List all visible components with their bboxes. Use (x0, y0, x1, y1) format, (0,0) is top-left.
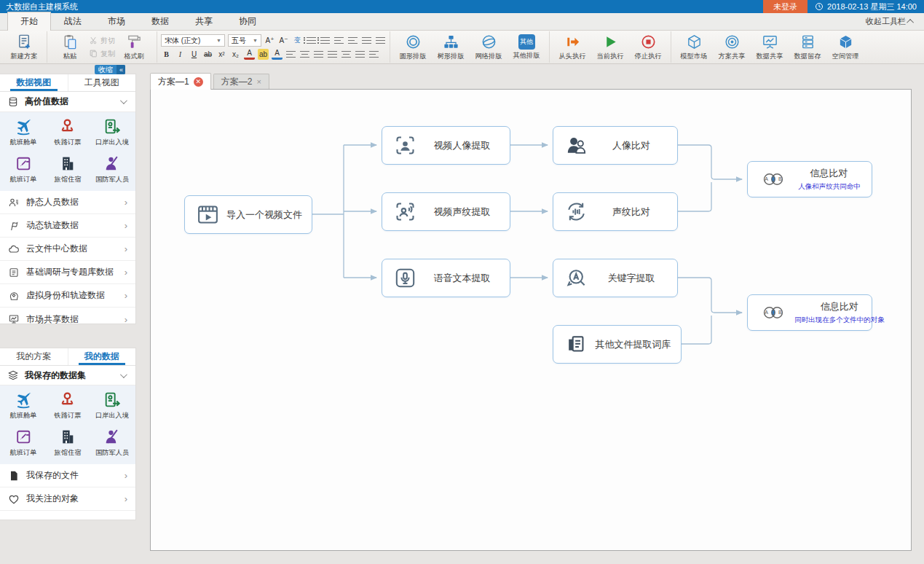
node-video-voiceprint-extract[interactable]: 视频声纹提取 (382, 192, 510, 231)
shrink-font-button[interactable]: A⁻ (278, 35, 289, 46)
tab-data-view[interactable]: 数据视图 (0, 74, 68, 91)
phonetic-guide-button[interactable]: 变 (292, 35, 303, 46)
sort-button[interactable] (361, 35, 372, 46)
network-layout-button[interactable]: 网络排版 (470, 32, 508, 63)
category-market-shared-data[interactable]: 市场共享数据 › (0, 308, 135, 331)
my-followed-objects[interactable]: 我关注的对象 › (0, 487, 135, 511)
table-grid-icon (376, 37, 385, 44)
close-tab-icon[interactable]: × (256, 77, 261, 86)
align-left-button[interactable] (285, 49, 296, 60)
plan-tab-1[interactable]: 方案—1 ✕ (150, 73, 211, 90)
workspace: 收缩 « 数据视图 工具视图 高价值数据 航班舱单 铁路订票 口岸出入境 (0, 64, 924, 564)
bullet-list-button[interactable] (306, 35, 317, 46)
paste-button[interactable]: 粘贴 (51, 32, 89, 63)
underline-button[interactable]: U (189, 49, 200, 60)
menu-tab-tactics[interactable]: 战法 (51, 12, 95, 30)
decrease-indent-button[interactable] (333, 35, 344, 46)
dataset-flight-order[interactable]: 航班订单 (1, 428, 46, 458)
shading-icon (355, 51, 365, 58)
run-current-button[interactable]: 当前执行 (591, 32, 629, 63)
category-static-person-data[interactable]: 静态人员数据 › (0, 191, 135, 214)
node-face-compare[interactable]: 人像比对 (553, 126, 678, 165)
menu-tab-market[interactable]: 市场 (95, 12, 138, 30)
dataset-railway-ticket[interactable]: 铁路订票 (46, 117, 90, 147)
menu-tab-data[interactable]: 数据 (138, 12, 182, 30)
number-list-button[interactable] (320, 35, 331, 46)
category-cloud-file-data[interactable]: 云文件中心数据 › (0, 238, 135, 261)
node-keyword-extract[interactable]: 关键字提取 (553, 259, 678, 297)
underline-color-button[interactable]: A (272, 49, 283, 60)
new-plan-button[interactable]: 新建方案 (5, 32, 43, 63)
dataset-flight-order[interactable]: 航班订单 (1, 154, 46, 184)
tree-layout-button[interactable]: 树形排版 (432, 32, 470, 63)
category-dynamic-track-data[interactable]: 动态轨迹数据 › (0, 214, 135, 238)
dataset-border-entry-exit[interactable]: 口岸出入境 (90, 391, 134, 420)
soldier-icon (103, 154, 121, 173)
dataset-defense-personnel[interactable]: 国防军人员 (90, 428, 134, 458)
copy-button[interactable]: 复制 (89, 49, 115, 59)
category-research-library-data[interactable]: 基础调研与专题库数据 › (0, 261, 135, 284)
node-info-compare-1[interactable]: AB 信息比对 人像和声纹共同命中 (747, 161, 872, 197)
category-virtual-identity-data[interactable]: 虚拟身份和轨迹数据 › (0, 284, 135, 308)
dataset-hotel-stay[interactable]: 旅馆住宿 (46, 428, 90, 458)
passport-icon (103, 117, 121, 136)
dataset-railway-ticket[interactable]: 铁路订票 (46, 391, 90, 420)
align-right-button[interactable] (313, 49, 324, 60)
stop-execution-button[interactable]: 停止执行 (629, 32, 667, 63)
menu-tab-share[interactable]: 共享 (182, 12, 226, 30)
flow-canvas[interactable]: 导入一个视频文件 视频人像提取 视频声纹提取 语音文本提取 人像比对 声纹比对 … (150, 89, 912, 551)
data-share-button[interactable]: 数据共享 (751, 32, 789, 63)
plan-share-button[interactable]: 方案共享 (713, 32, 751, 63)
model-market-button[interactable]: 模型市场 (675, 32, 713, 63)
plan-tab-2[interactable]: 方案—2 × (213, 74, 269, 89)
node-other-files-lexicon[interactable]: 其他文件提取词库 (553, 325, 682, 364)
dataset-flight-manifest[interactable]: 航班舱单 (1, 117, 46, 147)
dataset-defense-personnel[interactable]: 国防军人员 (90, 154, 134, 184)
close-tab-icon[interactable]: ✕ (194, 77, 203, 87)
italic-button[interactable]: I (175, 49, 186, 60)
dataset-flight-manifest[interactable]: 航班舱单 (1, 391, 46, 420)
space-management-button[interactable]: 空间管理 (826, 32, 864, 63)
circular-layout-button[interactable]: 圆形排版 (394, 32, 432, 63)
tab-tool-view[interactable]: 工具视图 (68, 74, 136, 91)
cut-button[interactable]: 剪切 (89, 36, 115, 46)
data-retention-button[interactable]: 数据留存 (789, 32, 826, 63)
node-speech-text-extract[interactable]: 语音文本提取 (382, 259, 510, 297)
subscript-button[interactable]: x₂ (230, 49, 241, 60)
menu-tab-start[interactable]: 开始 (7, 12, 51, 31)
dataset-border-entry-exit[interactable]: 口岸出入境 (90, 117, 134, 147)
dataset-hotel-stay[interactable]: 旅馆住宿 (46, 154, 90, 184)
tab-my-data[interactable]: 我的数据 (68, 348, 136, 365)
tab-my-plans[interactable]: 我的方案 (0, 348, 68, 365)
login-status-badge[interactable]: 未登录 (763, 0, 807, 13)
justify-button[interactable] (327, 49, 338, 60)
saved-datasets-header[interactable]: 我保存的数据集 (0, 366, 135, 385)
faces-compare-icon (564, 133, 588, 157)
my-saved-files[interactable]: 我保存的文件 › (0, 464, 135, 487)
high-value-data-header[interactable]: 高价值数据 (0, 92, 135, 112)
format-painter-button[interactable]: 格式刷 (115, 32, 153, 63)
sidebar-collapse-button[interactable]: 收缩 « (95, 65, 125, 74)
increase-indent-button[interactable] (347, 35, 358, 46)
borders-button[interactable] (368, 49, 379, 60)
font-color-button[interactable]: A (244, 49, 255, 60)
bold-button[interactable]: B (161, 49, 172, 60)
run-from-start-button[interactable]: 从头执行 (553, 32, 591, 63)
shading-button[interactable] (355, 49, 366, 60)
menu-tab-collab[interactable]: 协同 (226, 12, 269, 30)
node-info-compare-2[interactable]: AB 信息比对 同时出现在多个文件中的对象 (747, 294, 872, 331)
node-video-face-extract[interactable]: 视频人像提取 (382, 126, 510, 165)
other-layout-button[interactable]: 其他 其他排版 (508, 32, 545, 63)
highlight-button[interactable]: ab (258, 49, 269, 60)
strikethrough-button[interactable]: ab (202, 49, 213, 60)
collapse-toolbar-button[interactable]: 收起工具栏 (866, 16, 914, 27)
node-voiceprint-compare[interactable]: 声纹比对 (553, 192, 678, 231)
table-grid-button[interactable] (375, 35, 386, 46)
font-name-select[interactable]: 宋体 (正文)▼ (161, 34, 225, 47)
line-spacing-button[interactable] (341, 49, 352, 60)
grow-font-button[interactable]: A⁺ (264, 35, 275, 46)
font-size-select[interactable]: 五号▼ (228, 34, 261, 47)
node-import-video[interactable]: 导入一个视频文件 (184, 195, 312, 234)
align-center-button[interactable] (299, 49, 310, 60)
superscript-button[interactable]: x² (216, 49, 227, 60)
